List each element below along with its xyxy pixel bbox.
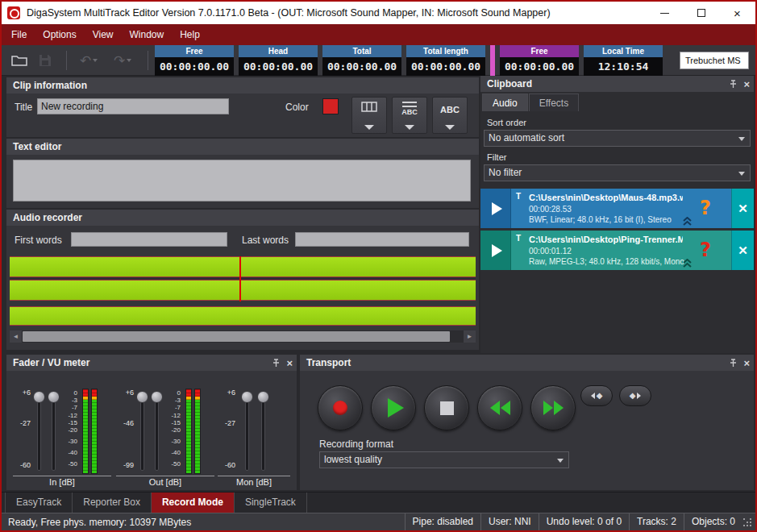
fader-scale-top: +6 [116,389,134,397]
time-display-value: 00:00:00.00 [322,57,401,76]
fader-knob[interactable] [33,391,45,403]
fader-slider[interactable] [155,392,159,471]
chevron-down-icon [445,125,455,130]
close-button[interactable]: × [719,2,755,24]
fader-knob[interactable] [241,391,253,403]
status-tracks: Tracks: 2 [629,513,684,530]
recording-format-select[interactable]: lowest quality [319,451,569,468]
fader-slider[interactable] [261,392,265,471]
tab-reporter-box[interactable]: Reporter Box [73,493,152,513]
playhead-cursor[interactable] [239,256,241,301]
undo-button[interactable]: ↶ [73,50,104,71]
waveform-scrollbar[interactable]: ◄ ► [10,330,476,343]
resize-grip[interactable] [743,518,753,528]
fader-slider[interactable] [37,392,41,471]
last-words-input[interactable] [295,232,469,247]
expand-chevrons-icon[interactable] [682,217,693,226]
fader-group-label: Out [dB] [116,476,214,487]
fader-slider[interactable] [140,392,144,471]
menu-options[interactable]: Options [35,24,84,45]
clipboard-item[interactable]: T C:\Users\nin\Desktop\Ping-Trenner.MP3 … [480,231,754,270]
text-editor-textarea[interactable] [13,160,471,202]
maximize-button[interactable] [683,2,719,24]
statusbar: Ready, Free phys. memory: 10397 MBytes P… [2,513,755,530]
fader-scale-mid: -46 [116,419,134,427]
save-button[interactable] [34,50,56,71]
redo-button[interactable]: ↷ [107,50,138,71]
tab-record-mode[interactable]: Record Mode [152,493,235,513]
fader-knob[interactable] [257,391,269,403]
remove-clip-button[interactable]: ✕ [731,231,754,270]
fader-group-mon: +6 -27 -60 Mon [dB] [218,371,290,490]
remove-clip-button[interactable]: ✕ [731,189,754,228]
time-display-free: Free 00:00:00.00 [155,45,234,76]
first-words-input[interactable] [71,232,227,247]
clipboard-item[interactable]: T C:\Users\nin\Desktop\Maus-48.mp3.wav 0… [480,189,754,228]
scroll-right-icon[interactable]: ► [464,330,476,343]
abc-dropdown-button[interactable]: ABC [432,97,468,134]
fast-forward-button[interactable] [530,385,576,430]
font-selector[interactable]: Trebuchet MS [680,52,749,69]
time-display-label: Free [155,45,234,57]
record-button[interactable] [318,385,363,430]
fader-scale-mid: -27 [218,419,235,427]
filter-select[interactable]: No filter [484,164,751,181]
fader-knob[interactable] [136,391,148,403]
tab-effects[interactable]: Effects [529,94,579,111]
tab-easytrack[interactable]: EasyTrack [5,493,73,513]
time-display-value: 00:00:00.00 [239,57,318,76]
fader-knob[interactable] [48,391,60,403]
time-display-head: Head 00:00:00.00 [239,45,318,76]
clipboard-panel: Clipboard × Audio Effects Sort order No … [480,76,754,353]
clip-duration: 00:00:28.53 [529,205,572,214]
minimize-button[interactable] [647,2,683,24]
pin-icon[interactable] [729,359,738,368]
app-window: DigaSystem MultiTrack Editor Version 7.0… [0,0,757,532]
panel-close-icon[interactable]: × [286,358,293,368]
sort-order-select[interactable]: No automatic sort [484,130,751,147]
text-editor-header: Text editor [6,139,479,155]
tab-singletrack[interactable]: SingleTrack [235,493,307,513]
marker-button-right[interactable]: ◆ [619,385,651,406]
scrollbar-thumb[interactable] [23,331,450,342]
panel-close-icon[interactable]: × [743,358,750,368]
color-swatch[interactable] [322,98,339,114]
menu-window[interactable]: Window [122,24,173,45]
pin-icon[interactable] [272,359,281,368]
menu-file[interactable]: File [3,24,35,45]
db-scale: 0 -3 -7 -12 -15 -20 -30 -40 -50 [164,390,181,479]
open-button[interactable] [8,50,31,71]
vu-meter [82,389,89,474]
prelisten-ear-icon[interactable]: ? [700,195,711,221]
scroll-left-icon[interactable]: ◄ [10,330,22,343]
play-button[interactable] [480,231,511,270]
panel-close-icon[interactable]: × [743,79,750,89]
waveform-display-stereo[interactable] [10,256,476,301]
prelisten-ear-icon[interactable]: ? [700,237,711,263]
stop-button[interactable] [424,385,469,430]
clipboard-title: Clipboard [487,78,532,89]
tab-audio[interactable]: Audio [482,94,528,111]
titlebar: DigaSystem MultiTrack Editor Version 7.0… [2,2,755,24]
fader-slider[interactable] [245,392,249,471]
menu-view[interactable]: View [85,24,122,45]
title-input[interactable] [37,98,229,114]
redo-icon: ↷ [114,52,125,69]
fader-slider[interactable] [52,392,56,471]
recording-format-label: Recording format [319,438,393,450]
rewind-button[interactable] [477,385,522,430]
fader-knob[interactable] [151,391,163,403]
play-button[interactable] [371,385,416,430]
pin-icon[interactable] [729,80,738,89]
sort-order-label: Sort order [487,118,526,127]
fader-scale-bottom: -60 [218,461,235,469]
fader-group-label: In [dB] [13,476,111,487]
abc-list-dropdown-button[interactable]: ABC [392,97,427,134]
marker-button-left[interactable]: ◆ [580,385,613,406]
expand-chevrons-icon[interactable] [682,259,693,268]
menu-help[interactable]: Help [172,24,208,45]
play-button[interactable] [480,189,511,228]
waveform-display-mono[interactable] [10,306,476,326]
keyboard-dropdown-button[interactable] [351,97,387,134]
fast-forward-icon [554,401,564,415]
